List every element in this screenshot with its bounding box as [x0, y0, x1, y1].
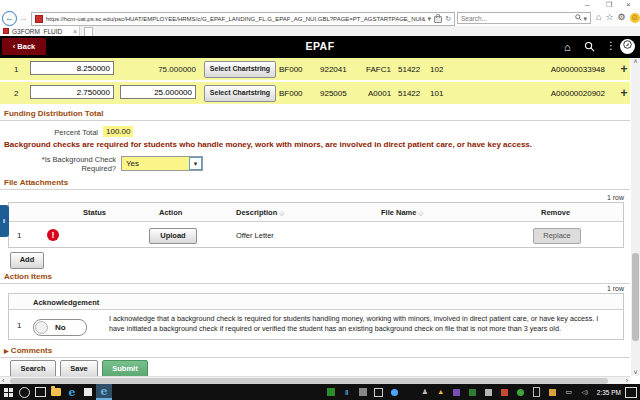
- chartstring-operating-unit: 925005: [320, 89, 347, 98]
- task-view-button[interactable]: [32, 384, 48, 400]
- tray-icon-3[interactable]: [481, 384, 497, 400]
- col-file-name[interactable]: File Name ◇: [381, 208, 423, 217]
- upload-button[interactable]: Upload: [149, 228, 197, 244]
- edge-button[interactable]: e: [64, 384, 80, 400]
- scroll-up-icon[interactable]: ˄: [631, 58, 640, 65]
- windows-icon: [4, 388, 13, 397]
- percent-input[interactable]: [30, 61, 114, 75]
- site-favicon: [35, 15, 43, 23]
- chartstring-account: 51422: [398, 65, 420, 74]
- acknowledgement-toggle[interactable]: No: [33, 319, 87, 336]
- task-view-icon: [35, 387, 46, 397]
- url-dropdown-icon[interactable]: ▾: [428, 15, 432, 23]
- pause-icon: ‖: [345, 389, 348, 396]
- col-remove: Remove: [541, 208, 570, 217]
- browser-back-icon[interactable]: ←: [2, 11, 17, 26]
- feedback-smiley-icon[interactable]: ☺: [630, 13, 640, 23]
- tray-icon-1[interactable]: [449, 384, 465, 400]
- tray-speaker-icon[interactable]: ◁): [577, 384, 593, 400]
- scroll-down-icon[interactable]: ˅: [631, 369, 640, 376]
- row-number: 1: [17, 321, 21, 330]
- tray-warning-icon[interactable]: ▲: [433, 384, 449, 400]
- combination-code: A00000033948: [535, 65, 605, 74]
- close-icon[interactable]: ×: [626, 1, 631, 9]
- background-check-select[interactable]: Yes ▾: [121, 156, 203, 171]
- percent-input[interactable]: [30, 85, 114, 99]
- url-text: https://hcm-uat.ps.sc.edu/psc/HUAT/EMPLO…: [46, 16, 425, 22]
- combination-code: A00000020902: [535, 89, 605, 98]
- tray-icon-7[interactable]: [545, 384, 561, 400]
- comments-section[interactable]: ▶ Comments: [4, 346, 52, 355]
- background-check-value: Yes: [126, 159, 139, 168]
- action-items-row-count: 1 row: [607, 285, 624, 292]
- store-icon: [84, 388, 92, 396]
- side-drawer-handle[interactable]: ‖: [0, 205, 9, 237]
- favorites-star-icon[interactable]: ☆: [605, 11, 613, 24]
- clock[interactable]: 2:35 PM: [593, 389, 625, 396]
- window-titlebar: – ❐ ×: [0, 0, 640, 10]
- address-bar[interactable]: https://hcm-uat.ps.sc.edu/psc/HUAT/EMPLO…: [31, 12, 455, 26]
- background-check-warning: Background checks are required for stude…: [4, 140, 532, 149]
- acknowledgement-row: 1 No I acknowledge that a background che…: [9, 310, 623, 341]
- tray-icon-5[interactable]: [513, 384, 529, 400]
- pinned-app-1[interactable]: [323, 384, 339, 400]
- home-icon[interactable]: ⌂: [596, 11, 601, 24]
- tray-network-icon[interactable]: ▭: [561, 384, 577, 400]
- vertical-scrollbar[interactable]: ˄ ˅: [631, 58, 640, 376]
- expand-arrow-icon: ▶: [4, 348, 9, 354]
- action-items-table-header: Acknowledgement: [9, 294, 623, 310]
- ps-search-icon[interactable]: [584, 41, 595, 55]
- start-button[interactable]: [0, 384, 16, 400]
- vertical-scroll-thumb[interactable]: [632, 253, 639, 341]
- browser-forward-icon[interactable]: →: [19, 13, 28, 23]
- minimize-icon[interactable]: –: [585, 1, 589, 9]
- tab-favicon: [3, 28, 9, 34]
- tray-person-icon[interactable]: ♟: [417, 384, 433, 400]
- tray-icon-6[interactable]: [529, 384, 545, 400]
- pinned-app-5[interactable]: [387, 384, 403, 400]
- refresh-icon[interactable]: ↻: [445, 15, 451, 23]
- percent-total-label: Percent Total: [20, 128, 98, 137]
- amount-input[interactable]: [120, 85, 196, 99]
- store-button[interactable]: [80, 384, 96, 400]
- amount-value: 75.000000: [120, 65, 196, 74]
- col-action: Action: [159, 208, 182, 217]
- restore-icon[interactable]: ❐: [606, 1, 612, 9]
- pinned-app-4[interactable]: [371, 384, 387, 400]
- chevron-down-icon[interactable]: ▾: [189, 157, 202, 170]
- row-number: 1: [14, 65, 18, 74]
- navbar-compass-icon[interactable]: [620, 39, 635, 54]
- pinned-app-2[interactable]: ‖: [339, 384, 355, 400]
- ie-icon: e: [101, 385, 108, 398]
- select-chartstring-button[interactable]: Select Chartstring: [204, 85, 276, 102]
- tab-close-icon[interactable]: ×: [73, 28, 77, 35]
- col-description[interactable]: Description ◇: [236, 208, 284, 217]
- kebab-menu-icon[interactable]: ⋮: [606, 40, 616, 51]
- search-icon[interactable]: ▾: [575, 14, 587, 23]
- replace-button[interactable]: Replace: [533, 228, 581, 244]
- col-acknowledgement: Acknowledgement: [33, 298, 99, 307]
- tray-icon-2[interactable]: [465, 384, 481, 400]
- pinned-app-3[interactable]: [355, 384, 371, 400]
- cortana-button[interactable]: [16, 384, 32, 400]
- add-button[interactable]: Add: [10, 252, 44, 269]
- action-items-table: Acknowledgement 1 No I acknowledge that …: [8, 293, 624, 340]
- settings-gear-icon[interactable]: ⚙: [618, 11, 626, 24]
- file-explorer-button[interactable]: [48, 384, 64, 400]
- browser-tab[interactable]: G3FORM_FLUID ×: [0, 26, 80, 36]
- funding-row: 2 Select Chartstring BF000 925005 A0001 …: [0, 82, 630, 104]
- row-number: 1: [17, 231, 21, 240]
- back-button[interactable]: ‹ Back: [2, 38, 46, 55]
- attachment-description: Offer Letter: [236, 231, 274, 240]
- browser-search-box[interactable]: Search... ▾: [457, 12, 591, 24]
- action-center-icon[interactable]: [625, 387, 637, 398]
- tray-icon-4[interactable]: [497, 384, 513, 400]
- acknowledgement-text: I acknowledge that a background check is…: [109, 314, 615, 334]
- select-chartstring-button[interactable]: Select Chartstring: [204, 61, 276, 78]
- folder-icon: [51, 388, 61, 396]
- add-row-icon[interactable]: +: [617, 86, 631, 100]
- add-row-icon[interactable]: +: [617, 62, 631, 76]
- internet-explorer-button[interactable]: e: [96, 384, 112, 400]
- sort-icon: ◇: [279, 210, 284, 216]
- ps-home-icon[interactable]: ⌂: [564, 40, 571, 54]
